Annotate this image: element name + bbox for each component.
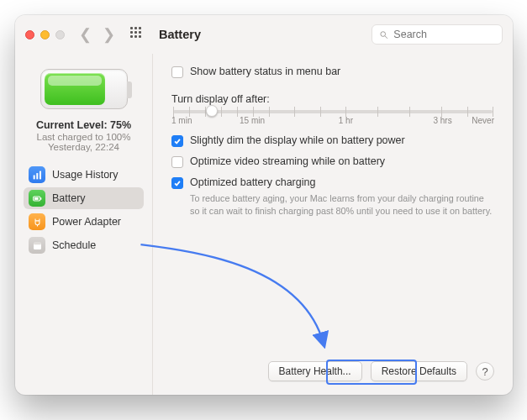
sidebar-item-label: Battery [52, 192, 86, 204]
svg-rect-6 [40, 197, 41, 199]
forward-button: ❯ [100, 27, 117, 42]
optimize-video-checkbox[interactable] [171, 156, 183, 168]
close-window-button[interactable] [25, 30, 34, 39]
dim-display-label: Slightly dim the display while on batter… [190, 134, 405, 146]
show-status-label: Show battery status in menu bar [190, 66, 340, 77]
optimized-charging-label: Optimized battery charging [190, 176, 315, 188]
dim-display-checkbox[interactable] [171, 135, 183, 147]
svg-line-1 [385, 35, 387, 38]
calendar-icon [29, 237, 45, 254]
svg-rect-7 [34, 197, 38, 200]
plug-icon [29, 213, 45, 230]
slider-thumb[interactable] [206, 105, 218, 117]
battery-graphic [24, 69, 144, 109]
last-charged-label: Last charged to 100% [24, 132, 144, 142]
sidebar-item-usage-history[interactable]: Usage History [24, 164, 144, 186]
turn-display-off-label: Turn display off after: [171, 93, 494, 105]
battery-status: Current Level: 75% Last charged to 100% … [24, 119, 144, 152]
footer-buttons: Battery Health... Restore Defaults ? [268, 361, 494, 381]
search-input[interactable] [393, 29, 495, 40]
sidebar-item-battery[interactable]: Battery [24, 187, 144, 209]
search-icon [379, 29, 388, 40]
search-field[interactable] [372, 24, 503, 45]
toolbar: ❮ ❯ Battery [15, 15, 513, 54]
svg-point-0 [381, 31, 386, 36]
preferences-window: ❮ ❯ Battery Current Level: 75% Last char… [15, 15, 513, 395]
sidebar-item-label: Usage History [52, 169, 119, 181]
svg-rect-3 [36, 173, 38, 179]
chart-icon [29, 166, 45, 183]
optimized-charging-checkbox[interactable] [171, 177, 183, 189]
optimized-charging-helper: To reduce battery aging, your Mac learns… [190, 192, 494, 217]
current-level-label: Current Level: 75% [24, 119, 144, 131]
sidebar-item-label: Schedule [52, 239, 96, 251]
optimize-video-label: Optimize video streaming while on batter… [190, 155, 385, 167]
sidebar-item-schedule[interactable]: Schedule [24, 234, 144, 256]
show-all-button[interactable] [130, 27, 145, 42]
sidebar-item-power-adapter[interactable]: Power Adapter [24, 211, 144, 233]
main-panel: Show battery status in menu bar Turn dis… [153, 54, 513, 395]
slider-tick-labels: 1 min 15 min 1 hr 3 hrs Never [171, 116, 494, 128]
zoom-window-button [55, 30, 65, 39]
display-off-slider[interactable] [173, 110, 493, 113]
show-status-checkbox[interactable] [171, 66, 183, 78]
svg-rect-4 [39, 171, 40, 179]
traffic-lights [25, 30, 65, 39]
battery-health-button[interactable]: Battery Health... [268, 361, 362, 381]
last-charged-time: Yesterday, 22:24 [24, 142, 144, 152]
help-button[interactable]: ? [476, 362, 494, 381]
restore-defaults-button[interactable]: Restore Defaults [371, 361, 467, 381]
minimize-window-button[interactable] [40, 30, 50, 39]
battery-icon [29, 190, 45, 207]
sidebar-nav: Usage History Battery Power Adapter [24, 164, 144, 256]
back-button[interactable]: ❮ [76, 27, 93, 42]
sidebar: Current Level: 75% Last charged to 100% … [15, 54, 153, 395]
window-title: Battery [159, 28, 201, 41]
sidebar-item-label: Power Adapter [52, 216, 121, 228]
svg-rect-2 [33, 175, 34, 179]
svg-rect-10 [34, 242, 41, 244]
